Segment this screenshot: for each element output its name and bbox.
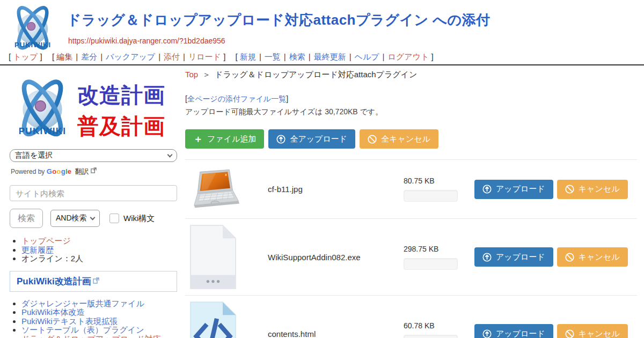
cancel-button[interactable]: キャンセル bbox=[557, 180, 628, 199]
upload-queue: 8 cf-b11.jpg 80.75 KB アップロード bbox=[185, 159, 637, 338]
file-name: WikiSupportAddin082.exe bbox=[268, 253, 404, 262]
nav-item-logout[interactable]: ログアウト bbox=[388, 52, 429, 61]
svg-text:8: 8 bbox=[225, 173, 227, 177]
sidebar-item-core-mod[interactable]: PukiWiki本体改造 bbox=[21, 307, 85, 317]
upload-button[interactable]: アップロード bbox=[474, 180, 553, 199]
svg-text:PUKIWIKI: PUKIWIKI bbox=[19, 126, 67, 136]
sidebar-site-logo[interactable]: PUKIWIKI 改造計画 普及計画 bbox=[10, 71, 177, 145]
file-name: cf-b11.jpg bbox=[268, 185, 404, 194]
sidebar: PUKIWIKI 改造計画 普及計画 言語を選択 Powered by Goog… bbox=[10, 71, 177, 338]
page-title: ドラッグ＆ドロップアップロード対応attachプラグイン への添付 bbox=[67, 11, 491, 30]
wiki-syntax-checkbox[interactable] bbox=[109, 214, 119, 223]
ban-icon bbox=[565, 329, 574, 338]
top-navigation: [ トップ ] [ 編集|差分|バックアップ|添付|リロード ] [ 新規|一覧… bbox=[9, 52, 441, 62]
upload-circle-icon bbox=[482, 329, 492, 338]
nav-item-reload[interactable]: リロード bbox=[188, 52, 221, 61]
file-size-cell: 298.75 KB bbox=[404, 245, 467, 270]
file-thumbnail-cell bbox=[187, 225, 268, 289]
nav-item-search[interactable]: 検索 bbox=[289, 52, 305, 61]
plus-icon: ＋ bbox=[193, 134, 203, 144]
file-thumbnail-cell bbox=[187, 302, 268, 338]
search-controls: 検索 AND検索 Wiki構文 bbox=[10, 209, 177, 228]
nav-group-page: [ 編集|差分|バックアップ|添付|リロード ] bbox=[52, 52, 225, 61]
html-file-icon bbox=[187, 302, 239, 338]
search-button[interactable]: 検索 bbox=[10, 209, 43, 228]
page-url-link[interactable]: https://pukiwiki.dajya-ranger.com/?1bd2d… bbox=[68, 36, 225, 45]
search-mode-select[interactable]: AND検索 bbox=[50, 210, 100, 227]
upload-circle-icon bbox=[482, 253, 492, 262]
chevron-down-icon bbox=[90, 215, 96, 221]
table-row: WikiSupportAddin082.exe 298.75 KB アップロード… bbox=[185, 218, 637, 295]
file-size: 80.75 KB bbox=[404, 177, 467, 185]
main-content: Top＞ドラッグ＆ドロップアップロード対応attachプラグイン [全ページの添… bbox=[185, 70, 637, 338]
nav-item-top[interactable]: トップ bbox=[13, 52, 38, 61]
cancel-all-button[interactable]: 全キャンセル bbox=[360, 129, 438, 149]
google-logo: Google bbox=[47, 167, 72, 175]
logo-text-fukyu: 普及計画 bbox=[77, 112, 165, 141]
file-size: 60.78 KB bbox=[404, 321, 467, 330]
breadcrumb-home-link[interactable]: Top bbox=[185, 70, 198, 79]
ban-icon bbox=[565, 185, 574, 194]
sidebar-item-common-files[interactable]: ダジャレンジャー版共通ファイル bbox=[21, 299, 144, 308]
sidebar-item-sort-table[interactable]: ソートテーブル（表）プラグイン bbox=[21, 325, 144, 334]
pukiwiki-logo[interactable]: PUKIWIKI bbox=[8, 3, 58, 52]
row-actions: アップロード キャンセル bbox=[474, 180, 628, 199]
nav-group-site: [ 新規|一覧|検索|最終更新|ヘルプ|ログアウト ] bbox=[236, 52, 434, 61]
upload-circle-icon bbox=[482, 185, 492, 194]
row-actions: アップロード キャンセル bbox=[474, 247, 628, 267]
list-item: ソートテーブル（表）プラグイン bbox=[21, 326, 177, 335]
online-counter: オンライン：2人 bbox=[21, 254, 177, 263]
atom-icon: PUKIWIKI bbox=[8, 3, 58, 52]
header-divider bbox=[0, 64, 644, 65]
logo-text-kaizo: 改造計画 bbox=[77, 80, 165, 110]
upload-all-button[interactable]: 全アップロード bbox=[268, 129, 355, 149]
list-item: ドラッグ＆ドロップアップロード対応attachプラグイン bbox=[21, 335, 177, 338]
generic-file-icon bbox=[187, 225, 239, 289]
nav-item-recent[interactable]: 最終更新 bbox=[314, 52, 346, 61]
svg-text:PUKIWIKI: PUKIWIKI bbox=[14, 41, 51, 49]
nav-item-new[interactable]: 新規 bbox=[240, 52, 256, 61]
cancel-button[interactable]: キャンセル bbox=[557, 324, 628, 338]
laptop-photo-thumbnail: 8 bbox=[187, 168, 242, 210]
nav-item-attach[interactable]: 添付 bbox=[164, 52, 180, 61]
translate-link[interactable]: 翻訳 bbox=[75, 167, 89, 175]
sidebar-item-dnd-attach[interactable]: ドラッグ＆ドロップアップロード対応attachプラグイン bbox=[21, 334, 161, 338]
nav-group-top: [ トップ ] bbox=[9, 52, 42, 61]
sidebar-link-list-bottom: ダジャレンジャー版共通ファイル PukiWiki本体改造 PukiWikiテキス… bbox=[21, 299, 177, 338]
site-search-input[interactable] bbox=[10, 185, 177, 201]
cancel-button[interactable]: キャンセル bbox=[557, 247, 628, 267]
upload-button[interactable]: アップロード bbox=[474, 324, 553, 338]
table-row: contents.html 60.78 KB アップロード キャンセル bbox=[185, 295, 637, 338]
google-translate-attribution: Powered by Google 翻訳 bbox=[11, 167, 177, 177]
nav-item-edit[interactable]: 編集 bbox=[56, 52, 72, 61]
upload-button[interactable]: アップロード bbox=[474, 247, 553, 267]
attach-list-line: [全ページの添付ファイル一覧] bbox=[185, 94, 637, 104]
nav-item-list[interactable]: 一覧 bbox=[265, 52, 281, 61]
ban-icon bbox=[565, 253, 574, 262]
file-size-cell: 80.75 KB bbox=[404, 177, 467, 202]
sidebar-item-toppage[interactable]: トップページ bbox=[21, 236, 71, 245]
all-attachments-link[interactable]: 全ページの添付ファイル一覧 bbox=[187, 94, 286, 103]
table-row: 8 cf-b11.jpg 80.75 KB アップロード bbox=[185, 159, 637, 218]
file-thumbnail-cell: 8 bbox=[187, 168, 268, 210]
upload-toolbar: ＋ ファイル追加 全アップロード 全キャンセル bbox=[185, 129, 637, 149]
language-select[interactable]: 言語を選択 bbox=[10, 149, 177, 162]
sidebar-item-history[interactable]: 更新履歴 bbox=[21, 245, 54, 254]
project-title-link[interactable]: PukiWiki改造計画 bbox=[17, 276, 91, 286]
file-name: contents.html bbox=[268, 329, 404, 338]
project-title-box: PukiWiki改造計画 bbox=[10, 271, 177, 292]
max-filesize-note: アップロード可能最大ファイルサイズは 30,720KB です。 bbox=[185, 107, 637, 117]
external-link-icon bbox=[93, 276, 99, 286]
breadcrumb: Top＞ドラッグ＆ドロップアップロード対応attachプラグイン bbox=[185, 70, 637, 80]
nav-item-help[interactable]: ヘルプ bbox=[355, 52, 379, 61]
external-link-icon bbox=[91, 167, 97, 175]
sidebar-link-list-top: トップページ 更新履歴 オンライン：2人 bbox=[21, 237, 177, 263]
add-files-button[interactable]: ＋ ファイル追加 bbox=[185, 129, 264, 149]
sidebar-item-text-ext[interactable]: PukiWikiテキスト表現拡張 bbox=[21, 317, 118, 326]
list-item: トップページ bbox=[21, 237, 177, 246]
nav-item-diff[interactable]: 差分 bbox=[81, 52, 97, 61]
atom-icon: PUKIWIKI bbox=[10, 72, 75, 143]
breadcrumb-current: ドラッグ＆ドロップアップロード対応attachプラグイン bbox=[215, 70, 417, 79]
nav-item-backup[interactable]: バックアップ bbox=[106, 52, 155, 61]
list-item: 更新履歴 bbox=[21, 246, 177, 255]
